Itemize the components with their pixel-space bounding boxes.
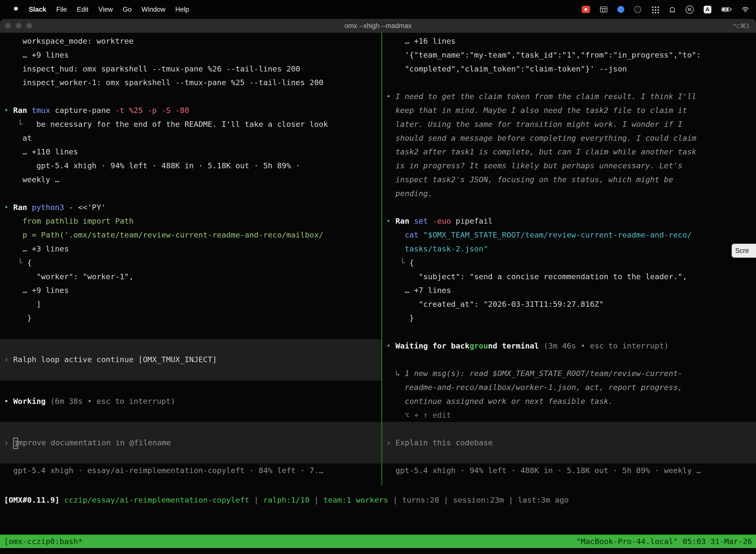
terminal-line: └ be necessary for the end of the README… xyxy=(0,117,381,131)
screen-recording-indicator-icon[interactable] xyxy=(582,6,590,13)
terminal-line: } xyxy=(382,311,756,325)
terminal-line xyxy=(0,339,381,353)
terminal-line: inspect_worker-1: omx sparkshell --tmux-… xyxy=(0,76,381,90)
wifi-icon[interactable] xyxy=(742,6,749,12)
terminal-window: omx --xhigh --madmax ⌥⌘1 workspace_mode:… xyxy=(0,19,756,554)
terminal-line xyxy=(0,450,381,464)
terminal-line xyxy=(0,187,381,201)
dots-grid-icon[interactable] xyxy=(651,5,659,13)
right-pane[interactable]: … +16 lines '{"team_name":"my-team","tas… xyxy=(382,33,756,486)
terminal-line xyxy=(0,408,381,422)
terminal-line: └ { xyxy=(0,256,381,270)
apple-menu[interactable] xyxy=(8,5,24,14)
terminal-line xyxy=(382,353,756,367)
window-shortcut: ⌥⌘1 xyxy=(733,22,756,30)
block-cursor: I xyxy=(13,438,18,449)
terminal-line xyxy=(382,325,756,339)
dark-circle-app-icon[interactable] xyxy=(634,6,641,13)
window-title-bar: omx --xhigh --madmax ⌥⌘1 xyxy=(0,19,756,33)
terminal-line: gpt-5.4 xhigh · essay/ai-reimplementatio… xyxy=(0,464,381,478)
terminal-line: pending. xyxy=(382,187,756,201)
table-grid-icon[interactable] xyxy=(600,6,608,12)
terminal-line: • Ran python3 - <<'PY' xyxy=(0,201,381,214)
close-button[interactable] xyxy=(5,23,11,29)
left-pane[interactable]: workspace_mode: worktree … +9 lines insp… xyxy=(0,33,381,486)
terminal-line: cat "$OMX_TEAM_STATE_ROOT/team/review-cu… xyxy=(382,228,756,242)
ghost-icon[interactable] xyxy=(669,6,676,13)
terminal-line xyxy=(382,422,756,436)
battery-charging-icon[interactable] xyxy=(721,7,732,12)
terminal-line: inspect task2's JSON, focusing on the st… xyxy=(382,173,756,187)
status-menu-extras: 61 A xyxy=(582,5,756,14)
terminal-line: … +16 lines xyxy=(382,34,756,48)
tmux-session-name: [omx-cczip0:bash* xyxy=(4,537,82,546)
menu-edit[interactable]: Edit xyxy=(72,6,93,13)
terminal-line: ] xyxy=(0,297,381,311)
terminal-line: workspace_mode: worktree xyxy=(0,34,381,48)
menu-bar-left: Slack FileEditViewGoWindowHelp xyxy=(0,5,194,14)
terminal-line xyxy=(0,90,381,104)
prompt-line[interactable]: › Explain this codebase xyxy=(382,436,756,450)
terminal-line: • Working (6m 38s • esc to interrupt) xyxy=(0,394,381,408)
terminal-line xyxy=(0,422,381,436)
terminal-line: ⌥ + ↑ edit xyxy=(382,408,756,422)
terminal-line: '{"team_name":"my-team","task_id":"1","f… xyxy=(382,48,756,62)
input-source-label: A xyxy=(706,6,710,13)
tmux-panes: workspace_mode: worktree … +9 lines insp… xyxy=(0,33,756,486)
terminal-line: at xyxy=(0,131,381,145)
terminal-line xyxy=(382,450,756,464)
terminal-line: • Ran tmux capture-pane -t %25 -p -S -80 xyxy=(0,104,381,117)
terminal-line: should send a message before completing … xyxy=(382,131,756,145)
app-menus: FileEditViewGoWindowHelp xyxy=(51,6,194,13)
terminal-line: p = Path('.omx/state/team/review-current… xyxy=(0,228,381,242)
terminal-line: "completed","claim_token":"claim-token"}… xyxy=(382,62,756,76)
menu-view[interactable]: View xyxy=(93,6,118,13)
terminal-line: └ { xyxy=(382,256,756,270)
terminal-line: keep that in mind. Maybe I also need the… xyxy=(382,104,756,117)
terminal-line: from pathlib import Path xyxy=(0,214,381,228)
clipped-screen-overlay-text: Scre xyxy=(735,247,749,255)
battery-ring-label: 61 xyxy=(688,7,692,11)
terminal-line: readme-and-reco/mailbox/worker-1.json, a… xyxy=(382,381,756,394)
terminal-line: weekly … xyxy=(0,173,381,187)
battery-ring-61-icon[interactable]: 61 xyxy=(686,5,694,14)
prompt-line[interactable]: › Ralph loop active continue [OMX_TMUX_I… xyxy=(0,353,381,367)
terminal-line: inspect_hud: omx sparkshell --tmux-pane … xyxy=(0,62,381,76)
terminal-line: "subject": "send a concise recommendatio… xyxy=(382,270,756,284)
terminal-line: gpt-5.4 xhigh · 94% left · 488K in · 5.1… xyxy=(0,159,381,173)
terminal-line: • Ran set -euo pipefail xyxy=(382,214,756,228)
menu-help[interactable]: Help xyxy=(170,6,194,13)
terminal-line: … +7 lines xyxy=(382,283,756,297)
blue-app-icon[interactable] xyxy=(617,6,624,13)
terminal-line: … +9 lines xyxy=(0,283,381,297)
terminal-line: tasks/task-2.json" xyxy=(382,242,756,256)
omx-status-line: [OMX#0.11.9] cczip/essay/ai-reimplementa… xyxy=(4,493,756,507)
tmux-host-clock: "MacBook-Pro-44.local" 05:03 31-Mar-26 xyxy=(576,537,752,546)
terminal-line: "worker": "worker-1", xyxy=(0,270,381,284)
terminal-line: ↳ 1 new msg(s): read $OMX_TEAM_STATE_ROO… xyxy=(382,367,756,381)
terminal-line: … +3 lines xyxy=(0,242,381,256)
minimize-button[interactable] xyxy=(16,23,21,29)
tmux-status-bar: [omx-cczip0:bash* "MacBook-Pro-44.local"… xyxy=(0,535,756,548)
terminal-line xyxy=(0,325,381,339)
terminal-line xyxy=(382,201,756,214)
menu-bar: Slack FileEditViewGoWindowHelp 61 A xyxy=(0,0,756,19)
terminal-line xyxy=(382,76,756,90)
clipped-screen-overlay: Scre xyxy=(732,244,756,258)
terminal-line: "created_at": "2026-03-31T11:59:27.816Z" xyxy=(382,297,756,311)
active-app-menu[interactable]: Slack xyxy=(24,6,51,13)
terminal-line: • Waiting for background terminal (3m 46… xyxy=(382,339,756,353)
terminal-line: later. Using the same for transition mig… xyxy=(382,117,756,131)
terminal-line xyxy=(0,381,381,394)
input-source-icon[interactable]: A xyxy=(704,6,711,13)
window-title: omx --xhigh --madmax xyxy=(0,22,756,30)
menu-go[interactable]: Go xyxy=(118,6,137,13)
terminal-line: } xyxy=(0,311,381,325)
terminal-line: gpt-5.4 xhigh · 94% left · 488K in · 5.1… xyxy=(382,464,756,478)
menu-window[interactable]: Window xyxy=(137,6,170,13)
zoom-button[interactable] xyxy=(26,23,32,29)
menu-file[interactable]: File xyxy=(51,6,72,13)
prompt-line[interactable]: › Improve documentation in @filename xyxy=(0,436,381,450)
traffic-lights xyxy=(0,23,32,29)
terminal-line: … +9 lines xyxy=(0,48,381,62)
